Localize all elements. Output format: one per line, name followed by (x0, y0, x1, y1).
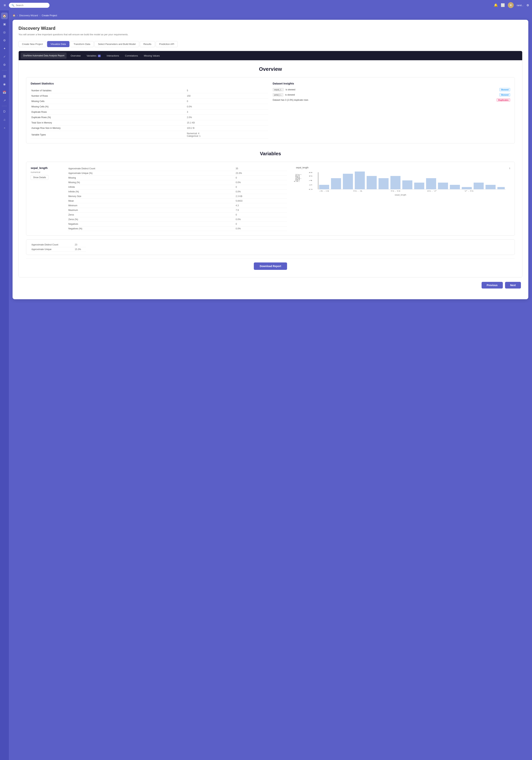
svg-rect-12 (367, 176, 377, 189)
info-icon[interactable]: ℹ (509, 167, 510, 170)
svg-rect-22 (485, 185, 495, 189)
stat-value: 0.0% (234, 217, 287, 222)
stat-value: 103.2 B (185, 125, 268, 131)
svg-rect-14 (390, 176, 400, 189)
svg-text:5.1: 5.1 (353, 190, 363, 192)
svg-text:2: 2 (309, 184, 313, 186)
tab-prediction-api[interactable]: Prediction API (156, 41, 178, 47)
table-row: Missing Cells (%)0.0% (31, 104, 268, 110)
stat-value: 0.0% (234, 226, 287, 231)
table-row: Approximate Unique (%)23.3% (67, 171, 287, 175)
badge-skewed-1: Skewed (499, 88, 510, 91)
table-row: Infinite0 (67, 185, 287, 189)
stat-value: 3 (185, 110, 268, 115)
tab-transform-data[interactable]: Transform Data (70, 41, 94, 47)
previous-button[interactable]: Previous (482, 282, 503, 289)
stat-label: Mean (67, 199, 234, 203)
sidebar-item-circle2[interactable]: ⚬ (1, 124, 8, 131)
svg-text:0: 0 (309, 189, 313, 190)
sidebar-item-star[interactable]: ✦ (1, 45, 8, 52)
navbar: ≡ 🔍 🔔 ⬜ R rand... ⚙ (0, 0, 532, 10)
report-nav-correlations[interactable]: Correlations (122, 53, 141, 59)
download-report-button[interactable]: Download Report (254, 262, 287, 270)
search-input[interactable] (16, 4, 47, 7)
report-brand: OneNine Automated Data Analysis Report (21, 53, 66, 59)
sidebar-item-d[interactable]: D (1, 108, 8, 115)
table-row: Negatives (%)0.0% (67, 226, 287, 231)
tab-create-new-project[interactable]: Create New Project (19, 41, 46, 47)
tab-select-parameters[interactable]: Select Parameters and Build Model (94, 41, 139, 47)
histogram-xlabel: sepal_length (395, 194, 406, 196)
table-row: Minimum4.3 (67, 203, 287, 208)
stat-value: 5 (185, 88, 268, 93)
menu-icon[interactable]: ≡ (3, 2, 7, 8)
sidebar-item-settings[interactable]: ⚙ (1, 37, 8, 44)
sidebar-item-arrow[interactable]: ↗ (1, 97, 8, 104)
dot-5[interactable] (276, 292, 278, 293)
bell-icon[interactable]: 🔔 (494, 3, 498, 7)
sidebar-item-table[interactable]: ▦ (1, 72, 8, 79)
stat-value: 5.8433 (234, 199, 287, 203)
breadcrumb: 🏠 › Discovery Wizard › Create Project (13, 14, 528, 17)
table-row: Missing Cells0 (31, 99, 268, 104)
sidebar-item-grid[interactable]: ▣ (1, 21, 8, 27)
avatar[interactable]: R (508, 2, 514, 8)
dot-2[interactable] (266, 292, 268, 293)
page-subtitle: You will answer a few important question… (19, 33, 522, 36)
histogram-container: sepal_length ℹ Frequency (291, 166, 510, 231)
sidebar-item-circle[interactable]: ◎ (1, 29, 8, 35)
report-nav-interactions[interactable]: Interactions (104, 53, 121, 59)
stat-value: 0 (234, 185, 287, 189)
sidebar-item-gear2[interactable]: ⚙ (1, 61, 8, 68)
download-area: Download Report (26, 259, 515, 271)
show-details-button[interactable]: Show Details (31, 175, 48, 180)
svg-rect-11 (355, 171, 365, 189)
variables-badge: ≡ (98, 55, 101, 57)
step-tabs: Create New Project Visualize Data Transf… (19, 41, 522, 47)
breadcrumb-home[interactable]: 🏠 (13, 14, 16, 17)
table-row: Number of Rows150 (31, 93, 268, 99)
stat-value: 15.3% (73, 247, 86, 252)
variable-type: numerical (31, 171, 64, 173)
table-row: Missing0 (67, 175, 287, 180)
settings-icon[interactable]: ⚙ (526, 4, 529, 7)
stat-label: Approximate Unique (31, 247, 73, 252)
insight-tag-petal: petal_l... (273, 93, 283, 96)
stat-label: Negatives (%) (67, 226, 234, 231)
tab-results[interactable]: Results (140, 41, 155, 47)
screen-icon[interactable]: ⬜ (501, 3, 505, 7)
report-nav-overview[interactable]: Overview (68, 53, 83, 59)
sidebar-item-target[interactable]: ◉ (1, 81, 8, 87)
dataset-statistics: Dataset Statistics Number of Variables5 … (31, 82, 268, 139)
sidebar-item-music[interactable]: ♫ (1, 117, 8, 123)
stat-value: 15.1 KB (185, 120, 268, 125)
sidebar-item-calendar[interactable]: 📅 (1, 89, 8, 96)
svg-rect-13 (378, 178, 388, 189)
stat-label: Approximate Distinct Count (31, 243, 73, 247)
table-row: Duplicate Rows (%)2.0% (31, 115, 268, 120)
main-card: Discovery Wizard You will answer a few i… (13, 20, 528, 299)
sidebar-item-check[interactable]: ✓ (1, 53, 8, 60)
svg-rect-17 (426, 178, 436, 189)
breadcrumb-wizard[interactable]: Discovery Wizard (19, 14, 38, 17)
dot-3[interactable] (270, 292, 271, 293)
tab-visualize-data[interactable]: Visualize Data (47, 41, 69, 47)
sidebar-item-home[interactable]: 🏠 (1, 13, 8, 19)
page-title: Discovery Wizard (19, 26, 522, 31)
report-nav-variables[interactable]: Variables ≡ (84, 53, 104, 59)
stat-label: Memory Size (67, 194, 234, 199)
svg-text:8: 8 (309, 172, 313, 173)
var-stats-table: Approximate Distinct Count35 Approximate… (67, 166, 287, 231)
dot-1[interactable] (263, 292, 265, 293)
svg-rect-21 (474, 183, 484, 189)
dot-4[interactable] (273, 292, 275, 293)
stat-label: Variable Types (31, 131, 185, 139)
table-row: Duplicate Rows3 (31, 110, 268, 115)
report-container: OneNine Automated Data Analysis Report O… (19, 51, 522, 277)
next-button[interactable]: Next (505, 282, 521, 289)
badge-skewed-2: Skewed (499, 93, 510, 96)
histogram-svg: Frequency 0 2 4 6 (291, 171, 510, 193)
table-row: Total Size in Memory15.1 KB (31, 120, 268, 125)
svg-rect-23 (498, 187, 505, 189)
report-nav-missing-values[interactable]: Missing Values (141, 53, 162, 59)
